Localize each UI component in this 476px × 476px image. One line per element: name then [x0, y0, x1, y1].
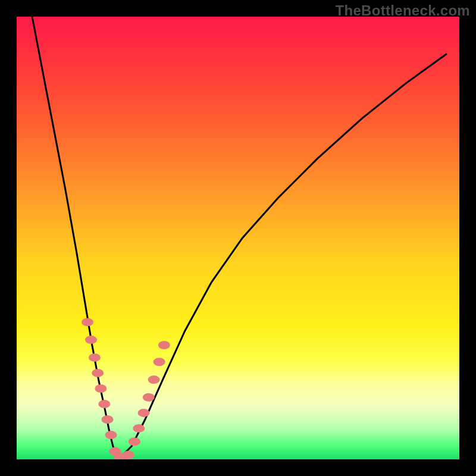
plot-area: [17, 17, 459, 459]
gradient-background: [17, 17, 459, 459]
outer-frame: TheBottleneck.com: [0, 0, 476, 476]
data-marker: [92, 369, 104, 377]
data-marker: [148, 375, 160, 384]
data-marker: [98, 400, 110, 408]
data-marker: [89, 353, 101, 362]
watermark-text: TheBottleneck.com: [336, 2, 470, 19]
data-marker: [95, 384, 107, 393]
bottleneck-chart: [17, 17, 459, 459]
data-marker: [133, 424, 145, 433]
data-marker: [154, 358, 165, 366]
data-marker: [82, 318, 93, 326]
data-marker: [143, 393, 155, 402]
data-marker: [123, 451, 134, 459]
data-marker: [85, 336, 97, 344]
data-marker: [129, 437, 140, 446]
data-marker: [138, 409, 150, 417]
data-marker: [105, 431, 117, 439]
data-marker: [102, 415, 114, 424]
data-marker: [158, 341, 170, 349]
